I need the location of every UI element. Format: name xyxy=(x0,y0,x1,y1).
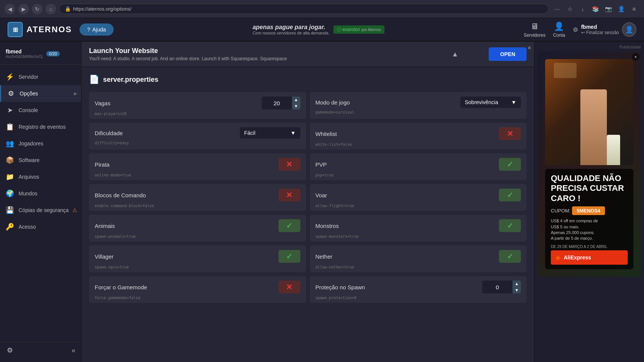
pvp-toggle[interactable]: ✓ xyxy=(499,158,521,171)
sidebar-label-servidor: Servidor xyxy=(19,74,38,80)
prop-code-vagas: max-players=20 xyxy=(95,112,300,116)
vagas-input[interactable] xyxy=(262,98,292,109)
prop-code-whitelist: white-list=false xyxy=(316,142,521,147)
whitelist-x-icon: ✕ xyxy=(507,129,513,138)
prop-code-dificuldade: difficulty=easy xyxy=(95,141,300,145)
user-area: ⚙ fbmed ↩ Finalizar sessão 👤 xyxy=(573,22,636,37)
right-ad-close-button[interactable]: × xyxy=(632,53,639,61)
download-button[interactable]: ↓ xyxy=(577,4,588,14)
refresh-button[interactable]: ↻ xyxy=(32,4,42,14)
prop-code-modo: gamemode=survival xyxy=(316,110,521,114)
ad-brand-sub: por Aternos xyxy=(361,28,381,32)
arquivos-icon: 📁 xyxy=(6,173,14,181)
vagas-increment[interactable]: ▲ xyxy=(292,97,300,103)
sidebar-uid: #oz0vGEI9dNNoXeOj xyxy=(6,55,42,59)
registro-icon: 📋 xyxy=(6,123,14,131)
modo-dropdown[interactable]: Sobrevivência ▼ xyxy=(460,97,521,108)
sidebar-label-mundos: Mundos xyxy=(19,190,38,197)
settings-icon[interactable]: ⚙ xyxy=(573,26,578,33)
sidebar-item-registro[interactable]: 📋 Registro de eventos xyxy=(0,119,81,135)
prop-row-protecao: Proteção no Spawn ▲ ▼ xyxy=(316,281,521,293)
back-button[interactable]: ◀ xyxy=(5,4,15,14)
prop-label-modo: Modo de jogo xyxy=(316,99,350,106)
ad-scroll-button[interactable]: ▲ xyxy=(452,50,458,58)
aliexpress-brand: AliExpress xyxy=(564,254,591,261)
protecao-number-input[interactable]: ▲ ▼ xyxy=(482,281,521,293)
bookmark-button[interactable]: ☆ xyxy=(564,4,575,14)
prop-card-voar: Voar ✓ allow-flight=true xyxy=(310,184,527,211)
app-header: ⊞ ATERNOS ? Ajuda apenas pague para joga… xyxy=(0,18,644,42)
prop-row-animais: Animais ✓ xyxy=(95,219,300,232)
sidebar-item-acesso[interactable]: 🔑 Acesso xyxy=(0,218,81,235)
prop-label-dificuldade: Dificuldade xyxy=(95,130,123,136)
prop-row-nether: Nether ✓ xyxy=(316,250,521,263)
vagas-decrement[interactable]: ▼ xyxy=(292,103,300,109)
dificuldade-value: Fácil xyxy=(244,130,256,136)
forcar-toggle[interactable]: ✕ xyxy=(278,281,300,293)
settings-gear-icon[interactable]: ⚙ xyxy=(6,346,14,354)
ad-open-button[interactable]: OPEN xyxy=(489,47,527,61)
extensions-button[interactable]: ⋯ xyxy=(552,4,562,14)
protecao-increment[interactable]: ▲ xyxy=(513,281,521,287)
protecao-decrement[interactable]: ▼ xyxy=(513,287,521,293)
nav-conta[interactable]: 👤 Conta xyxy=(553,22,565,38)
prop-row-modo: Modo de jogo Sobrevivência ▼ xyxy=(316,97,521,108)
sidebar-item-console[interactable]: ➤ Console xyxy=(0,102,81,119)
prop-card-whitelist: Whitelist ✕ white-list=false xyxy=(310,123,527,150)
prop-card-forcar: Forçar o Gamemode ✕ force-gamemode=false xyxy=(89,276,306,303)
prop-label-forcar: Forçar o Gamemode xyxy=(95,284,147,290)
villager-toggle[interactable]: ✓ xyxy=(278,250,300,263)
menu-button[interactable]: ≡ xyxy=(629,4,639,14)
protecao-stepper: ▲ ▼ xyxy=(513,281,521,293)
ad-coupon-code: 5MENOS4 xyxy=(572,206,605,215)
prop-label-vagas: Vagas xyxy=(95,100,110,106)
url-text: https://aternos.org/options/ xyxy=(73,6,131,12)
help-button[interactable]: ? Ajuda xyxy=(80,23,114,36)
prop-row-whitelist: Whitelist ✕ xyxy=(316,127,521,140)
sidebar-item-servidor[interactable]: ⚡ Servidor xyxy=(0,69,81,85)
sidebar-item-copias[interactable]: 💾 Cópias de segurança ⚠ xyxy=(0,202,81,218)
monstros-toggle[interactable]: ✓ xyxy=(499,219,521,232)
prop-row-forcar: Forçar o Gamemode ✕ xyxy=(95,281,300,293)
sidebar-label-opcoes: Opções xyxy=(20,90,38,97)
nether-check-icon: ✓ xyxy=(507,252,513,261)
dificuldade-dropdown[interactable]: Fácil ▼ xyxy=(240,127,300,139)
sidebar-item-mundos[interactable]: 🌍 Mundos xyxy=(0,185,81,202)
software-icon: 📦 xyxy=(6,156,14,164)
protecao-input[interactable] xyxy=(482,282,513,293)
animais-toggle[interactable]: ✓ xyxy=(278,219,300,232)
nether-toggle[interactable]: ✓ xyxy=(499,250,521,263)
blocos-toggle[interactable]: ✕ xyxy=(278,189,300,201)
screenshot-button[interactable]: 📷 xyxy=(603,4,614,14)
sidebar-item-software[interactable]: 📦 Software xyxy=(0,152,81,169)
sidebar-item-opcoes[interactable]: ⚙ Opções ▶ xyxy=(0,85,81,102)
vagas-number-input[interactable]: ▲ ▼ xyxy=(262,97,300,109)
header-username: fbmed xyxy=(581,24,619,30)
pirata-toggle[interactable]: ✕ xyxy=(278,158,300,171)
prop-row-dificuldade: Dificuldade Fácil ▼ xyxy=(95,127,300,139)
forcar-x-icon: ✕ xyxy=(286,282,292,292)
whitelist-toggle[interactable]: ✕ xyxy=(499,127,521,140)
header-ad-banner: apenas pague para jogar. Com nossos serv… xyxy=(121,24,516,35)
profile-button[interactable]: 👤 xyxy=(616,4,627,14)
home-button[interactable]: ⌂ xyxy=(45,4,56,14)
finalize-session-link[interactable]: ↩ Finalizar sessão xyxy=(581,30,619,35)
bookmarks-list-button[interactable]: 📚 xyxy=(590,4,601,14)
collapse-button[interactable]: « xyxy=(72,346,75,354)
sidebar-badge: 0/20 xyxy=(46,51,59,56)
forward-button[interactable]: ▶ xyxy=(18,4,29,14)
sidebar-label-jogadores: Jogadores xyxy=(19,140,43,147)
ad-label: Publicidade xyxy=(619,45,641,49)
url-bar[interactable]: 🔒 https://aternos.org/options/ xyxy=(59,4,549,14)
nav-servidores[interactable]: 🖥 Servidores xyxy=(524,22,546,38)
voar-toggle[interactable]: ✓ xyxy=(499,189,521,201)
ad-top-title: Launch Your Website xyxy=(89,47,287,55)
ad-close-button[interactable]: × xyxy=(528,45,531,51)
prop-label-whitelist: Whitelist xyxy=(316,131,337,137)
sidebar: fbmed #oz0vGEI9dNNoXeOj 0/20 ⚡ Servidor … xyxy=(0,42,81,362)
sidebar-item-jogadores[interactable]: 👥 Jogadores xyxy=(0,135,81,152)
monstros-check-icon: ✓ xyxy=(507,221,513,230)
main-layout: fbmed #oz0vGEI9dNNoXeOj 0/20 ⚡ Servidor … xyxy=(0,42,644,362)
prop-label-blocos: Blocos de Comando xyxy=(95,192,146,198)
sidebar-item-arquivos[interactable]: 📁 Arquivos xyxy=(0,169,81,185)
